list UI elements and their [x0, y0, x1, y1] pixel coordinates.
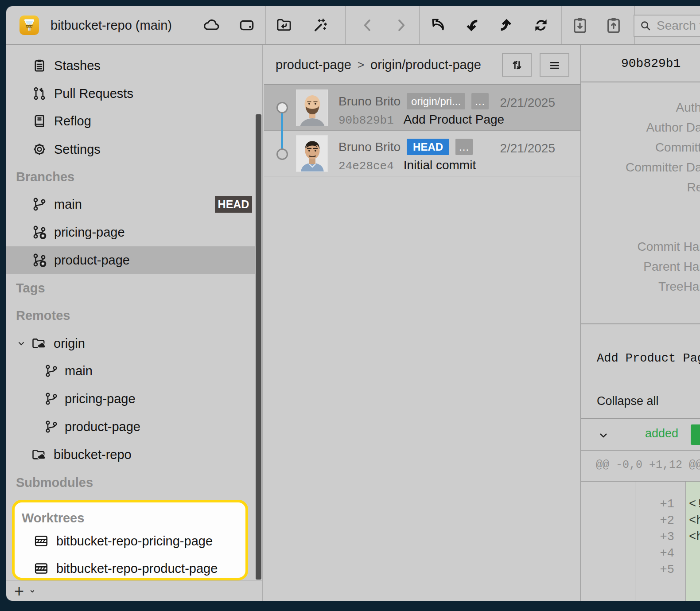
commit-list-options-button[interactable] [540, 53, 569, 77]
detail-message-section: Add Product Page Collapse all [581, 324, 700, 419]
branch-name: main [54, 197, 82, 212]
branch-icon [44, 392, 58, 406]
quick-actions-wand-button[interactable] [309, 6, 330, 44]
search-field[interactable] [634, 15, 700, 37]
branch-icon [44, 364, 58, 378]
open-repo-folder-button[interactable] [274, 6, 294, 44]
field-label-commit-hash: Commit Hash [581, 237, 700, 257]
sidebar-item-settings[interactable]: Settings [6, 136, 255, 163]
sync-button[interactable] [531, 6, 551, 44]
more-refs-badge: ... [471, 93, 489, 109]
pull-button[interactable] [462, 6, 482, 44]
fetch-button[interactable] [428, 6, 448, 44]
commit-meta-line: Bruno Brito origin/pri... ... [338, 93, 489, 109]
search-input[interactable] [657, 19, 700, 33]
section-header-tags: Tags [16, 274, 45, 302]
local-drive-button[interactable] [237, 6, 257, 44]
breadcrumb-local-branch[interactable]: product-page [276, 58, 351, 72]
commit-date: 2/21/2025 [500, 96, 555, 110]
detail-header: 90b829b1 [581, 45, 700, 82]
commit-author: Bruno Brito [338, 140, 401, 154]
remote-name: origin [54, 336, 85, 351]
remote-folder-cloud-icon [31, 336, 46, 351]
stash-save-button[interactable] [570, 6, 590, 44]
push-button[interactable] [496, 6, 517, 44]
added-file-badge [691, 424, 700, 445]
cloud-remote-button[interactable] [201, 6, 222, 44]
worktree-folder-icon [34, 533, 49, 549]
field-label-author-date: Author Date [581, 117, 700, 137]
changed-file-row[interactable]: added [581, 419, 700, 451]
remote-branch-main[interactable]: main [6, 357, 255, 385]
remote-branch-product-page[interactable]: product-page [6, 413, 255, 440]
diff-code-line: <! [689, 498, 700, 511]
collapse-all-link[interactable]: Collapse all [597, 394, 659, 408]
breadcrumb: product-page > origin/product-page [276, 45, 481, 84]
worktree-folder-icon [34, 561, 49, 576]
diff-line-number: +4 [636, 547, 686, 560]
field-label-author: Author [581, 97, 700, 117]
sidebar-item-label: Stashes [54, 58, 101, 73]
sidebar: Stashes Pull Requests [6, 45, 263, 601]
commit-hash: 90b829b1 [338, 114, 394, 127]
detail-commit-hash: 90b829b1 [621, 45, 681, 82]
more-refs-badge: ... [455, 139, 473, 155]
add-menu-chevron-icon[interactable] [28, 587, 36, 595]
worktree-name: bitbucket-repo-product-page [56, 561, 218, 576]
sidebar-item-stashes[interactable]: Stashes [6, 52, 255, 79]
breadcrumb-remote-branch[interactable]: origin/product-page [370, 58, 481, 72]
sidebar-item-label: Reflog [54, 114, 91, 128]
reflog-book-icon [32, 113, 47, 128]
hamburger-menu-icon [547, 58, 562, 73]
remote-branch-pricing-page[interactable]: pricing-page [6, 385, 255, 413]
diff-line-number: +2 [636, 514, 686, 527]
sidebar-branch-pricing-page[interactable]: pricing-page [6, 218, 255, 246]
compare-branches-button[interactable] [502, 53, 532, 77]
diff-hunk-header-row: @@ -0,0 +1,12 @@ [581, 451, 700, 482]
branch-worktree-icon [32, 253, 47, 268]
sidebar-scrollbar-thumb[interactable] [256, 114, 261, 580]
sidebar-item-reflog[interactable]: Reflog [6, 107, 255, 135]
diff-code-line: <h [689, 514, 700, 527]
commit-message-line: 90b829b1 Add Product Page [338, 113, 504, 127]
commit-message-line: 24e28ce4 Initial commit [338, 158, 476, 173]
toolbar: bitbucket-repo (main) [6, 6, 700, 45]
sidebar-branch-main[interactable]: main HEAD [6, 191, 255, 218]
sidebar-bottom-bar: + [6, 580, 262, 601]
commit-graph-edge [281, 107, 283, 154]
toolbar-divider [265, 6, 266, 44]
stash-pop-button[interactable] [603, 6, 624, 44]
chevron-down-icon[interactable] [597, 429, 610, 441]
add-repo-button[interactable]: + [14, 583, 24, 599]
detail-hash-labels: Commit Hash Parent Hash TreeHash [581, 237, 700, 296]
sidebar-branch-product-page[interactable]: product-page [6, 246, 255, 274]
worktree-item-pricing-page[interactable]: bitbucket-repo-pricing-page [15, 527, 241, 555]
nav-forward-button[interactable] [391, 6, 411, 44]
toolbar-divider [345, 6, 346, 44]
section-header-submodules: Submodules [16, 469, 93, 496]
content-area: Stashes Pull Requests [6, 45, 700, 601]
sidebar-remote-bibucket-repo[interactable]: bibucket-repo [6, 441, 255, 468]
avatar [296, 135, 328, 172]
sidebar-remote-origin[interactable]: origin [6, 330, 255, 357]
chevron-down-icon[interactable] [16, 338, 27, 349]
toolbar-divider [419, 6, 420, 44]
commit-date: 2/21/2025 [500, 141, 555, 156]
field-label-refs: Refs [581, 177, 700, 197]
sidebar-item-pull-requests[interactable]: Pull Requests [6, 80, 255, 107]
commit-row[interactable]: Bruno Brito HEAD ... 2/21/2025 24e28ce4 … [264, 131, 580, 176]
head-badge: HEAD [215, 196, 252, 213]
sidebar-item-label: Pull Requests [54, 86, 133, 101]
worktree-item-product-page[interactable]: bitbucket-repo-product-page [15, 555, 241, 582]
nav-back-button[interactable] [358, 6, 378, 44]
remote-branch-name: pricing-page [65, 392, 136, 406]
commit-author: Bruno Brito [338, 94, 401, 109]
diff-line-number: +1 [636, 498, 686, 511]
commit-graph-node [276, 148, 288, 160]
breadcrumb-separator: > [358, 58, 364, 72]
ref-badge: origin/pri... [407, 93, 465, 109]
worktrees-highlight-callout: Worktrees bitbucket-repo-pricing-page [12, 500, 248, 580]
commit-row[interactable]: Bruno Brito origin/pri... ... 2/21/2025 … [264, 85, 580, 131]
commit-message: Add Product Page [404, 113, 504, 127]
window-title: bitbucket-repo (main) [51, 6, 172, 44]
